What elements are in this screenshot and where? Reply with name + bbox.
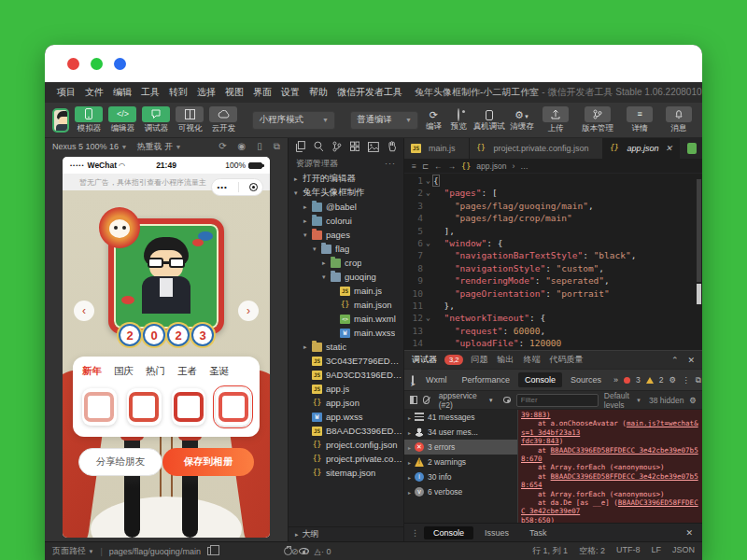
- menu-item[interactable]: 设置: [276, 86, 304, 99]
- gear-icon[interactable]: ⚙: [669, 375, 677, 385]
- category-tab[interactable]: 热门: [146, 365, 165, 378]
- console-log-line[interactable]: fdc39:843): [521, 437, 699, 445]
- tree-item[interactable]: main.json: [289, 298, 403, 312]
- tree-item[interactable]: B8AADC3396ED58FFDE...: [289, 424, 403, 438]
- user-avatar[interactable]: [52, 108, 69, 133]
- hand-tool-icon[interactable]: [388, 141, 397, 152]
- debugger-panel-tab[interactable]: 代码质量: [549, 354, 583, 366]
- console-settings-icon[interactable]: ⚙: [689, 396, 697, 405]
- refresh-icon[interactable]: ⟳: [218, 141, 226, 152]
- debugger-panel-tab[interactable]: 输出: [497, 354, 514, 366]
- compile-mode-select[interactable]: 普通编译 ▼: [350, 111, 418, 130]
- console-filter-row[interactable]: 3 errors: [404, 440, 517, 455]
- fold-icon[interactable]: ⌄: [423, 175, 433, 187]
- kebab-menu-icon[interactable]: ⋮: [408, 528, 422, 538]
- menu-item[interactable]: 项目: [52, 86, 80, 99]
- console-log-line[interactable]: b58:650): [521, 516, 699, 523]
- record-icon[interactable]: ◉: [238, 141, 247, 152]
- debugger-panel-tab[interactable]: 终端: [523, 354, 540, 366]
- share-button[interactable]: 分享给朋友: [78, 448, 162, 476]
- clear-console-icon[interactable]: [423, 396, 430, 404]
- console-filter-row[interactable]: 2 warnings: [404, 455, 517, 469]
- fold-icon[interactable]: [423, 287, 433, 300]
- inspect-element-icon[interactable]: [412, 375, 414, 385]
- tree-item[interactable]: main.wxss: [289, 326, 403, 340]
- fold-icon[interactable]: ⌄: [423, 187, 433, 199]
- tree-item[interactable]: main.js: [289, 284, 403, 298]
- outline-section[interactable]: ▸ 大纲: [289, 526, 403, 541]
- tree-item[interactable]: project.private.config.json: [289, 452, 403, 466]
- menu-item[interactable]: 文件: [80, 86, 108, 99]
- drawer-tab[interactable]: Console: [424, 526, 473, 539]
- menu-item[interactable]: 转到: [164, 86, 192, 99]
- console-filter-row[interactable]: 30 info: [404, 469, 517, 484]
- visual-toggle-button[interactable]: 可视化: [176, 106, 204, 134]
- page-path-select[interactable]: 页面路径 ▼: [52, 545, 93, 557]
- fold-icon[interactable]: [423, 274, 433, 287]
- statusbar-item[interactable]: JSON: [672, 545, 695, 557]
- bookmark-icon[interactable]: ⊏: [422, 161, 429, 171]
- source-control-icon[interactable]: [332, 141, 342, 152]
- menu-item[interactable]: 选择: [192, 86, 220, 99]
- tree-item[interactable]: ▾ flag: [289, 242, 403, 256]
- dock-side-icon[interactable]: ⧉: [696, 375, 701, 385]
- preview-button[interactable]: 预览: [449, 108, 469, 133]
- previous-frame-button[interactable]: ‹: [74, 301, 94, 321]
- console-log[interactable]: 39:883) at a.onChooseAvatar (main.js?t=w…: [518, 410, 702, 523]
- search-icon[interactable]: [314, 141, 324, 152]
- breadcrumb-file[interactable]: app.json: [476, 161, 506, 171]
- menu-item[interactable]: 工具: [136, 86, 164, 99]
- detach-window-icon[interactable]: ⧉: [274, 141, 280, 152]
- editor-scrollbar[interactable]: [696, 174, 702, 350]
- avatar-frame-preview[interactable]: 2023: [108, 218, 224, 334]
- frame-thumbnail[interactable]: [82, 388, 117, 426]
- collapse-icon[interactable]: ⌃: [671, 356, 679, 365]
- traffic-light-red[interactable]: [67, 58, 79, 70]
- category-tab[interactable]: 新年: [82, 365, 102, 378]
- category-tab[interactable]: 国庆: [114, 365, 134, 378]
- fold-icon[interactable]: [423, 262, 433, 274]
- tree-item[interactable]: ▾ pages: [289, 228, 403, 242]
- close-icon[interactable]: ✕: [666, 144, 673, 153]
- fold-icon[interactable]: [423, 225, 433, 237]
- debugger-title[interactable]: 调试器: [412, 354, 437, 366]
- drawer-tab[interactable]: Task: [520, 526, 557, 539]
- editor-tab[interactable]: project.private.config.json: [470, 138, 603, 159]
- device-select[interactable]: Nexus 5 100% 16 ▼: [52, 142, 128, 151]
- console-log-line[interactable]: 39:883): [521, 411, 699, 419]
- problems-indicator[interactable]: ⊘ 0 △ 0: [291, 547, 331, 556]
- devtools-tab[interactable]: Sources: [564, 372, 608, 387]
- live-expression-icon[interactable]: [503, 397, 511, 403]
- fold-icon[interactable]: [423, 212, 433, 224]
- frame-thumbnail[interactable]: [172, 388, 206, 426]
- category-tab[interactable]: 圣诞: [209, 365, 229, 378]
- kebab-menu-icon[interactable]: ⋮: [682, 375, 690, 385]
- code-editor[interactable]: 1 ⌄ { 2 ⌄ "pages": [ 3 "pages/flag/guoqi…: [404, 174, 702, 350]
- mode-select[interactable]: 小程序模式 ▼: [252, 111, 335, 130]
- menu-item[interactable]: 微信开发者工具: [332, 86, 407, 99]
- fold-icon[interactable]: [423, 325, 433, 337]
- statusbar-item[interactable]: 行 1, 列 1: [532, 545, 568, 557]
- more-actions-icon[interactable]: ···: [385, 159, 396, 168]
- tree-item[interactable]: project.config.json: [289, 438, 403, 452]
- drawer-tab[interactable]: Issues: [475, 526, 518, 539]
- save-to-album-button[interactable]: 保存到相册: [162, 448, 254, 476]
- console-filter-row[interactable]: 41 messages: [404, 410, 517, 425]
- traffic-light-blue[interactable]: [114, 58, 126, 70]
- tree-item[interactable]: ▾ guoqing: [289, 270, 403, 284]
- menu-item[interactable]: 视图: [220, 86, 248, 99]
- fold-icon[interactable]: [423, 300, 433, 312]
- editor-toggle-button[interactable]: </> 编辑器: [108, 106, 136, 134]
- statusbar-item[interactable]: LF: [651, 545, 661, 557]
- console-log-line[interactable]: at B8AADC3396ED58FFDECC_3e42cbe39e07b58:…: [521, 446, 699, 464]
- devtools-tab[interactable]: Performance: [456, 372, 517, 387]
- upload-button[interactable]: 上传: [540, 106, 571, 134]
- format-icon[interactable]: [687, 143, 697, 154]
- more-tabs-icon[interactable]: »: [610, 375, 622, 385]
- tree-item[interactable]: ▸ @babel: [289, 200, 403, 214]
- tree-item[interactable]: ▸ static: [289, 340, 403, 354]
- devtools-tab[interactable]: Wxml: [419, 372, 454, 387]
- compile-button[interactable]: ⟳ 编译: [424, 108, 444, 133]
- menu-item[interactable]: 帮助: [304, 86, 332, 99]
- category-tab[interactable]: 王者: [177, 365, 197, 378]
